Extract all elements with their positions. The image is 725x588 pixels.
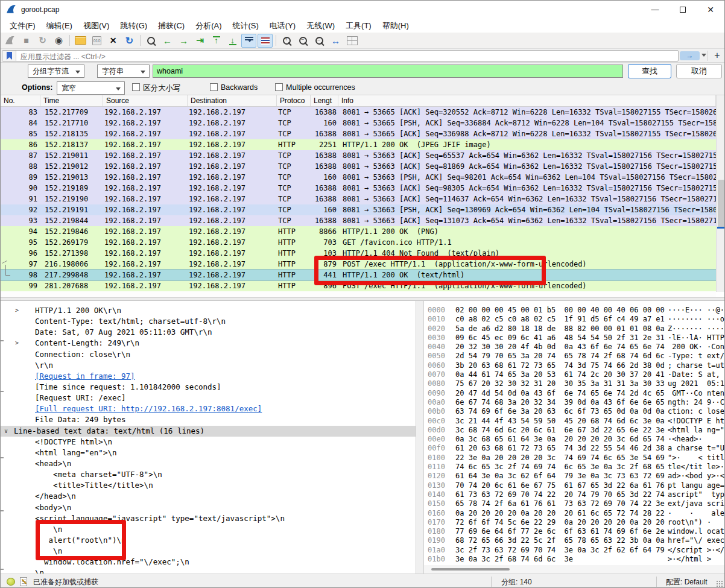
search-in-dropdown[interactable]: 分组字节流 (28, 65, 84, 78)
hex-row[interactable]: 00c03c 21 44 4f 43 54 59 50 45 20 68 74 … (428, 417, 725, 426)
detail-line[interactable]: <meta charset="UTF-8">\n (1, 469, 416, 480)
hex-row[interactable]: 00e00a 3c 68 65 61 64 3e 0a 20 20 20 20 … (428, 435, 725, 444)
column-header-lengt[interactable]: Lengt (311, 95, 338, 106)
collapsed-arrow-icon[interactable]: > (15, 305, 19, 316)
detail-line[interactable]: >Content-Length: 249\r\n (1, 338, 416, 349)
detail-line[interactable]: [Time since request: 1.101842000 seconds… (1, 382, 416, 393)
detail-line[interactable]: <html lang="en">\n (1, 447, 416, 458)
menu-item[interactable]: 工具(T) (340, 19, 377, 33)
close-button[interactable]: ✕ (697, 1, 724, 19)
hex-row[interactable]: 003009 6c 45 ec 09 6c 41 a6 48 54 54 50 … (428, 334, 725, 343)
menu-item[interactable]: 捕获(C) (153, 19, 190, 33)
find-button[interactable]: 查找 (628, 64, 671, 78)
display-filter-input[interactable]: 应用显示过滤器 ... <Ctrl-/> (2, 50, 679, 62)
hex-row[interactable]: 018077 69 6e 64 6f 77 2e 6c 6f 63 61 74 … (428, 527, 725, 536)
detail-line[interactable]: [Full request URI: http://192.168.2.197:… (1, 403, 416, 414)
cancel-button[interactable]: 取消 (676, 64, 722, 78)
hex-row[interactable]: 00b063 74 69 6f 6e 3a 20 63 6c 6f 73 65 … (428, 407, 725, 416)
detail-line[interactable]: Date: Sat, 07 Aug 2021 05:11:03 GMT\r\n (1, 327, 416, 338)
collapsed-arrow-icon[interactable]: > (15, 338, 19, 349)
packet-list-scrollbar[interactable] (716, 95, 725, 292)
bytes-hscrollbar[interactable] (424, 565, 725, 574)
column-header-source[interactable]: Source (103, 95, 188, 106)
detail-line[interactable]: [Request in frame: 97] (1, 371, 416, 382)
packet-row-84[interactable]: 84152.217710192.168.2.197192.168.2.197TC… (1, 118, 716, 128)
packet-row-93[interactable]: 93152.219844192.168.2.197192.168.2.197TC… (1, 215, 716, 226)
menu-item[interactable]: 电话(Y) (264, 19, 301, 33)
case-sensitive-checkbox[interactable] (132, 83, 140, 91)
capture-comment-icon[interactable] (20, 577, 27, 586)
detail-line[interactable]: <!DOCTYPE html>\n (1, 437, 416, 447)
colorize-icon[interactable] (258, 34, 273, 48)
hex-row[interactable]: 01b03e 0a 3c 2f 68 74 6d 6c 3e>·</html > (428, 555, 725, 564)
packet-row-95[interactable]: 95152.269179192.168.2.197192.168.2.197HT… (1, 237, 716, 248)
packet-row-87[interactable]: 87152.219011192.168.2.197192.168.2.197TC… (1, 150, 716, 161)
packet-row-94[interactable]: 94152.219846192.168.2.197192.168.2.197HT… (1, 226, 716, 237)
multiple-occurrences-checkbox[interactable] (275, 83, 283, 91)
restart-capture-icon[interactable] (35, 34, 50, 48)
packet-row-90[interactable]: 90152.219189192.168.2.197192.168.2.197TC… (1, 183, 716, 194)
hex-row[interactable]: 009020 47 4d 54 0d 0a 43 6f 6e 74 65 6e … (428, 389, 725, 398)
hex-row[interactable]: 010022 3e 0a 20 20 20 20 3c 74 69 74 6c … (428, 454, 725, 463)
hex-row[interactable]: 0010c0 a8 02 c5 c0 a8 02 c5 1f 91 d5 6f … (428, 315, 725, 324)
packet-row-89[interactable]: 89152.219013192.168.2.197192.168.2.197TC… (1, 172, 716, 183)
resize-columns-icon[interactable] (328, 34, 343, 48)
column-header-protoco[interactable]: Protoco (277, 95, 311, 106)
last-packet-icon[interactable] (225, 34, 240, 48)
close-file-icon[interactable] (106, 34, 121, 48)
resize-grip[interactable] (716, 580, 723, 587)
apply-filter-button[interactable]: → (680, 51, 700, 60)
hex-row[interactable]: 00603b 20 63 68 61 72 73 65 74 3d 75 74 … (428, 361, 725, 370)
bytes-hscrollbar-thumb[interactable] (431, 568, 510, 571)
detail-line[interactable]: >HTTP/1.1 200 OK\r\n (1, 305, 416, 316)
minimize-button[interactable]: — (641, 1, 669, 19)
profile-name[interactable]: 配置: Default (666, 577, 708, 587)
packet-row-86[interactable]: 86152.218137192.168.2.197192.168.2.197HT… (1, 139, 716, 150)
next-packet-icon[interactable] (176, 34, 191, 48)
column-header-time[interactable]: Time (40, 95, 103, 106)
menu-item[interactable]: 无线(W) (301, 19, 340, 33)
detail-line[interactable]: [Request URI: /exec] (1, 393, 416, 403)
detail-line[interactable]: Content-Type: text/html; charset=utf-8\r… (1, 316, 416, 327)
hex-row[interactable]: 017072 6f 6f 74 5c 6e 22 29 0a 20 20 20 … (428, 518, 725, 527)
first-packet-icon[interactable] (209, 34, 224, 48)
column-header-no[interactable]: No. (1, 95, 40, 106)
data-type-dropdown[interactable]: 字符串 (97, 65, 150, 78)
menu-item[interactable]: 统计(S) (227, 19, 264, 33)
column-layout-icon[interactable] (344, 34, 359, 48)
hex-row[interactable]: 00502d 54 79 70 65 3a 20 74 65 78 74 2f … (428, 352, 725, 361)
menu-item[interactable]: 跳转(G) (115, 19, 153, 33)
autoscroll-icon[interactable] (241, 34, 256, 48)
filter-dropdown-caret[interactable] (701, 54, 706, 59)
goto-packet-icon[interactable] (192, 34, 207, 48)
save-file-icon[interactable] (89, 34, 104, 48)
packet-row-83[interactable]: 83152.217709192.168.2.197192.168.2.197TC… (1, 107, 716, 118)
hex-row[interactable]: 019068 72 65 66 3d 22 5c 2f 65 78 65 63 … (428, 536, 725, 545)
detail-line[interactable]: <body>\n (1, 502, 416, 513)
hex-row[interactable]: 01600a 20 20 20 20 0a 20 20 20 61 6c 65 … (428, 509, 725, 518)
detail-line[interactable]: \n (1, 567, 416, 574)
menu-item[interactable]: 帮助(H) (377, 19, 414, 33)
hex-row[interactable]: 004020 32 30 30 20 4f 4b 0d 0a 43 6f 6e … (428, 343, 725, 352)
find-packet-icon[interactable] (144, 34, 159, 48)
expanded-arrow-icon[interactable]: ∨ (4, 426, 8, 437)
add-filter-button[interactable]: + (711, 49, 723, 62)
column-header-destination[interactable]: Destination (188, 95, 277, 106)
stop-capture-icon[interactable] (19, 34, 34, 48)
reload-icon[interactable] (122, 34, 137, 48)
packet-row-85[interactable]: 85152.218135192.168.2.197192.168.2.197TC… (1, 128, 716, 139)
search-input[interactable]: whoami (153, 65, 623, 78)
hex-row[interactable]: 012061 64 3e 0a 3c 62 6f 64 79 3e 0a 3c … (428, 472, 725, 481)
hex-row[interactable]: 000002 00 00 00 45 00 01 b5 00 00 40 00 … (428, 306, 725, 315)
menu-item[interactable]: 编辑(E) (41, 19, 78, 33)
char-width-dropdown[interactable]: 宽窄 (57, 81, 125, 95)
packet-row-92[interactable]: 92152.219191192.168.2.197192.168.2.197TC… (1, 204, 716, 215)
filter-bookmark-button[interactable] (2, 51, 16, 61)
previous-packet-icon[interactable] (160, 34, 175, 48)
hex-row[interactable]: 00205a de a6 d2 80 18 18 de 88 82 00 00 … (428, 324, 725, 334)
hex-row[interactable]: 01a03c 2f 73 63 72 69 70 74 3e 0a 3c 2f … (428, 546, 725, 555)
detail-line[interactable]: <head>\n (1, 458, 416, 469)
detail-line[interactable]: </head>\n (1, 491, 416, 502)
detail-line[interactable]: File Data: 249 bytes (1, 414, 416, 425)
menu-item[interactable]: 文件(F) (4, 19, 41, 33)
